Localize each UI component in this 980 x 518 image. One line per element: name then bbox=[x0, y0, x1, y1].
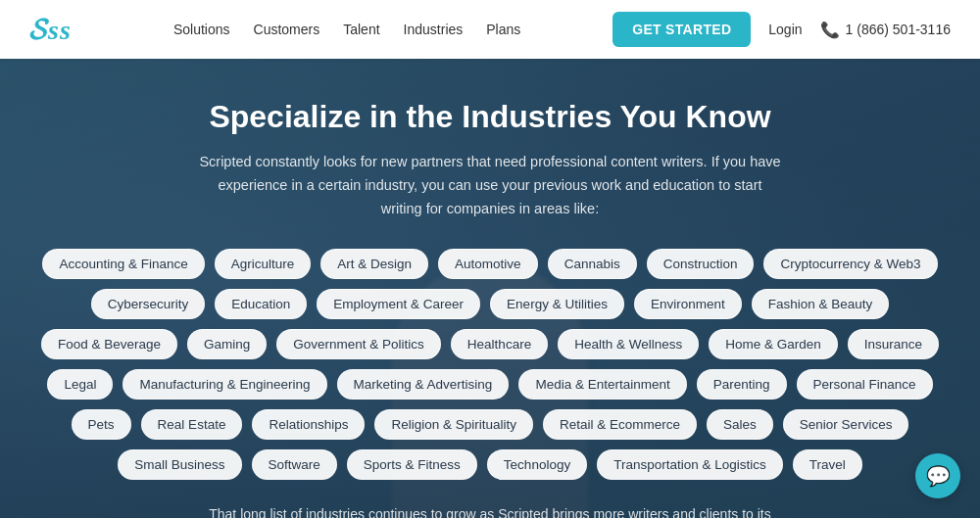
tag-item[interactable]: Health & Wellness bbox=[558, 329, 699, 359]
tags-container: Accounting & FinanceAgricultureArt & Des… bbox=[29, 249, 951, 480]
header-right: GET STARTED Login 📞 1 (866) 501-3116 bbox=[612, 12, 951, 47]
logo-svg: s s bbox=[46, 12, 81, 47]
tag-item[interactable]: Pets bbox=[72, 409, 131, 440]
tag-item[interactable]: Manufacturing & Engineering bbox=[122, 369, 326, 400]
nav-plans[interactable]: Plans bbox=[486, 22, 520, 37]
tag-item[interactable]: Marketing & Advertising bbox=[337, 369, 510, 400]
tag-item[interactable]: Technology bbox=[487, 449, 587, 480]
tag-item[interactable]: Insurance bbox=[848, 329, 939, 359]
tag-item[interactable]: Agriculture bbox=[215, 249, 312, 279]
tag-item[interactable]: Government & Politics bbox=[276, 329, 441, 359]
phone-icon: 📞 bbox=[820, 21, 840, 39]
tag-item[interactable]: Accounting & Finance bbox=[42, 249, 204, 279]
tag-item[interactable]: Sales bbox=[707, 409, 773, 440]
tag-item[interactable]: Food & Beverage bbox=[41, 329, 177, 359]
tag-item[interactable]: Home & Garden bbox=[709, 329, 838, 359]
nav: Solutions Customers Talent Industries Pl… bbox=[173, 22, 520, 37]
tag-item[interactable]: Relationships bbox=[252, 409, 365, 440]
tag-item[interactable]: Religion & Spirituality bbox=[374, 409, 533, 440]
tag-item[interactable]: Sports & Fitness bbox=[347, 449, 477, 480]
tag-item[interactable]: Education bbox=[215, 289, 307, 319]
tag-item[interactable]: Construction bbox=[647, 249, 755, 279]
phone-number: 1 (866) 501-3116 bbox=[846, 22, 951, 37]
get-started-button[interactable]: GET STARTED bbox=[612, 12, 751, 47]
hero-section: Specialize in the Industries You Know Sc… bbox=[0, 59, 980, 518]
svg-text:s: s bbox=[59, 15, 71, 45]
login-button[interactable]: Login bbox=[768, 22, 802, 37]
tag-item[interactable]: Art & Design bbox=[320, 249, 428, 279]
tag-item[interactable]: Automotive bbox=[438, 249, 538, 279]
hero-description: Scripted constantly looks for new partne… bbox=[196, 151, 784, 221]
tag-item[interactable]: Retail & Ecommerce bbox=[543, 409, 697, 440]
tag-item[interactable]: Cybersecurity bbox=[91, 289, 206, 319]
tag-item[interactable]: Transportation & Logistics bbox=[597, 449, 783, 480]
tag-item[interactable]: Small Business bbox=[118, 449, 241, 480]
tag-item[interactable]: Healthcare bbox=[451, 329, 548, 359]
nav-talent[interactable]: Talent bbox=[343, 22, 379, 37]
tag-item[interactable]: Real Estate bbox=[141, 409, 243, 440]
svg-text:s: s bbox=[47, 15, 59, 45]
tag-item[interactable]: Media & Entertainment bbox=[518, 369, 686, 400]
tag-item[interactable]: Legal bbox=[47, 369, 113, 400]
nav-industries[interactable]: Industries bbox=[404, 22, 464, 37]
tag-item[interactable]: Cannabis bbox=[548, 249, 637, 279]
hero-footer-text: That long list of industries continues t… bbox=[196, 503, 784, 518]
nav-solutions[interactable]: Solutions bbox=[173, 22, 230, 37]
hero-title: Specialize in the Industries You Know bbox=[147, 98, 833, 135]
logo-icon: 𝓢 bbox=[29, 13, 46, 47]
tag-item[interactable]: Energy & Utilities bbox=[490, 289, 624, 319]
tag-item[interactable]: Personal Finance bbox=[797, 369, 933, 400]
nav-customers[interactable]: Customers bbox=[254, 22, 320, 37]
phone-area[interactable]: 📞 1 (866) 501-3116 bbox=[820, 21, 951, 39]
tag-item[interactable]: Environment bbox=[634, 289, 742, 319]
tag-item[interactable]: Software bbox=[252, 449, 337, 480]
tag-item[interactable]: Senior Services bbox=[783, 409, 909, 440]
header: 𝓢 s s Solutions Customers Talent Industr… bbox=[0, 0, 980, 59]
chat-button[interactable]: 💬 bbox=[915, 453, 960, 498]
logo[interactable]: 𝓢 s s bbox=[29, 12, 81, 47]
tag-item[interactable]: Parenting bbox=[697, 369, 787, 400]
tag-item[interactable]: Travel bbox=[793, 449, 862, 480]
tag-item[interactable]: Gaming bbox=[187, 329, 267, 359]
chat-icon: 💬 bbox=[926, 464, 951, 488]
tag-item[interactable]: Fashion & Beauty bbox=[752, 289, 890, 319]
tag-item[interactable]: Employment & Career bbox=[317, 289, 480, 319]
hero-content: Specialize in the Industries You Know Sc… bbox=[147, 98, 833, 249]
tag-item[interactable]: Cryptocurrency & Web3 bbox=[763, 249, 937, 279]
